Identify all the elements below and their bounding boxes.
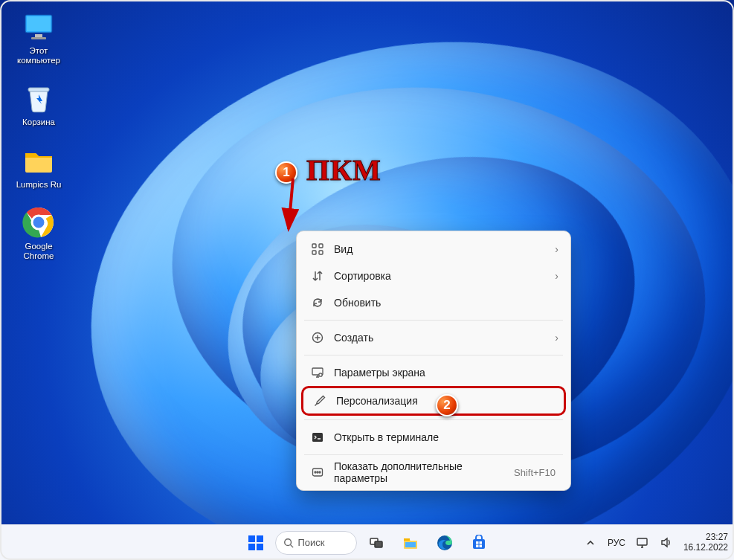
desktop-icon-label: Корзина (22, 118, 55, 127)
desktop-icon-label: Lumpics Ru (16, 180, 62, 190)
monitor-icon (22, 10, 55, 43)
tray-overflow[interactable] (584, 536, 597, 550)
desktop-icon-recycle-bin[interactable]: Корзина (10, 82, 67, 127)
menu-item-label: Сортировка (326, 270, 555, 282)
store-icon (471, 535, 487, 551)
menu-item-new[interactable]: Создать › (301, 324, 566, 351)
taskbar-center: Поиск (241, 528, 494, 558)
chevron-right-icon: › (555, 270, 558, 282)
svg-rect-24 (257, 544, 263, 550)
svg-rect-10 (319, 244, 323, 248)
svg-rect-12 (319, 251, 323, 254)
menu-item-label: Параметры экрана (326, 367, 558, 379)
svg-rect-31 (473, 539, 485, 549)
chrome-icon (22, 206, 55, 239)
menu-item-show-more[interactable]: Показать дополнительные параметры Shift+… (301, 459, 566, 486)
svg-rect-23 (248, 544, 255, 550)
menu-item-label: Обновить (326, 297, 558, 309)
volume-icon (660, 536, 672, 549)
taskbar-app-edge[interactable] (430, 528, 460, 558)
svg-rect-33 (479, 541, 482, 544)
menu-item-label: Вид (326, 243, 555, 255)
svg-line-8 (289, 178, 293, 229)
folder-icon (22, 144, 55, 177)
network-icon (636, 536, 648, 549)
desktop[interactable]: Этоткомпьютер Корзина Lumpics Ru GoogleC… (0, 0, 734, 560)
desktop-icon-chrome[interactable]: GoogleChrome (10, 206, 67, 261)
search-icon (283, 538, 294, 548)
annotation-label: ПКМ (306, 152, 382, 187)
plus-circle-icon (309, 332, 326, 344)
svg-point-15 (319, 373, 322, 376)
svg-rect-27 (375, 541, 382, 547)
sort-icon (309, 270, 326, 282)
recycle-bin-icon (22, 82, 55, 115)
tray-volume[interactable] (660, 536, 673, 550)
refresh-icon (309, 297, 326, 309)
svg-point-18 (315, 472, 316, 473)
annotation-arrow (245, 173, 312, 239)
taskbar-tray: РУС 23:27 16.12.2022 (584, 532, 728, 553)
svg-rect-21 (248, 535, 255, 542)
start-button[interactable] (241, 528, 271, 558)
svg-rect-35 (479, 544, 482, 547)
edge-icon (437, 535, 453, 551)
menu-item-open-terminal[interactable]: Открыть в терминале (301, 424, 566, 451)
desktop-icon-label: Этоткомпьютер (17, 46, 60, 65)
taskbar-app-store[interactable] (464, 528, 494, 558)
menu-separator (304, 419, 563, 420)
svg-point-25 (284, 538, 291, 545)
menu-item-view[interactable]: Вид › (301, 236, 566, 263)
taskbar-search-placeholder: Поиск (298, 537, 325, 548)
menu-separator (304, 454, 563, 455)
menu-item-sort[interactable]: Сортировка › (301, 263, 566, 289)
tray-network[interactable] (636, 536, 649, 550)
context-menu: Вид › Сортировка › Обновить Создать › Па… (296, 231, 571, 491)
svg-rect-1 (27, 16, 51, 31)
tray-date: 16.12.2022 (683, 543, 728, 553)
desktop-icons: Этоткомпьютер Корзина Lumpics Ru GoogleC… (10, 10, 67, 261)
task-view-button[interactable] (361, 528, 391, 558)
taskbar: Поиск РУС (0, 524, 734, 560)
svg-rect-3 (31, 37, 46, 39)
svg-rect-4 (28, 88, 49, 91)
svg-point-19 (317, 472, 318, 473)
svg-rect-11 (312, 251, 316, 254)
svg-rect-2 (35, 34, 42, 37)
chevron-up-icon (586, 538, 595, 547)
desktop-icon-this-pc[interactable]: Этоткомпьютер (10, 10, 67, 65)
menu-item-shortcut: Shift+F10 (514, 467, 558, 478)
grid-icon (309, 243, 326, 255)
display-settings-icon (309, 367, 326, 379)
taskbar-app-explorer[interactable] (396, 528, 425, 558)
file-explorer-icon (402, 535, 419, 551)
menu-item-label: Создать (326, 332, 555, 344)
menu-item-label: Показать дополнительные параметры (326, 460, 514, 484)
svg-point-20 (319, 472, 321, 473)
svg-rect-34 (476, 544, 479, 547)
annotation-step-2: 2 (436, 394, 458, 416)
menu-item-label: Открыть в терминале (326, 431, 558, 443)
desktop-icon-folder[interactable]: Lumpics Ru (10, 144, 67, 190)
brush-icon (311, 395, 329, 407)
taskbar-search[interactable]: Поиск (275, 531, 357, 555)
chevron-right-icon: › (555, 243, 558, 255)
svg-rect-16 (312, 433, 323, 442)
terminal-icon (309, 431, 326, 443)
menu-item-display-settings[interactable]: Параметры экрана (301, 359, 566, 386)
tray-clock[interactable]: 23:27 16.12.2022 (683, 532, 728, 553)
svg-rect-32 (476, 541, 479, 544)
chevron-right-icon: › (555, 332, 558, 344)
windows-logo-icon (248, 535, 264, 551)
svg-rect-22 (257, 535, 263, 542)
task-view-icon (369, 535, 384, 550)
menu-item-personalization[interactable]: Персонализация (301, 386, 566, 416)
svg-rect-29 (405, 542, 416, 547)
svg-rect-36 (637, 538, 647, 545)
tray-language[interactable]: РУС (608, 538, 625, 548)
more-options-icon (309, 466, 326, 478)
menu-separator (304, 320, 563, 321)
menu-separator (304, 355, 563, 355)
desktop-icon-label: GoogleChrome (24, 242, 54, 261)
menu-item-refresh[interactable]: Обновить (301, 289, 566, 316)
